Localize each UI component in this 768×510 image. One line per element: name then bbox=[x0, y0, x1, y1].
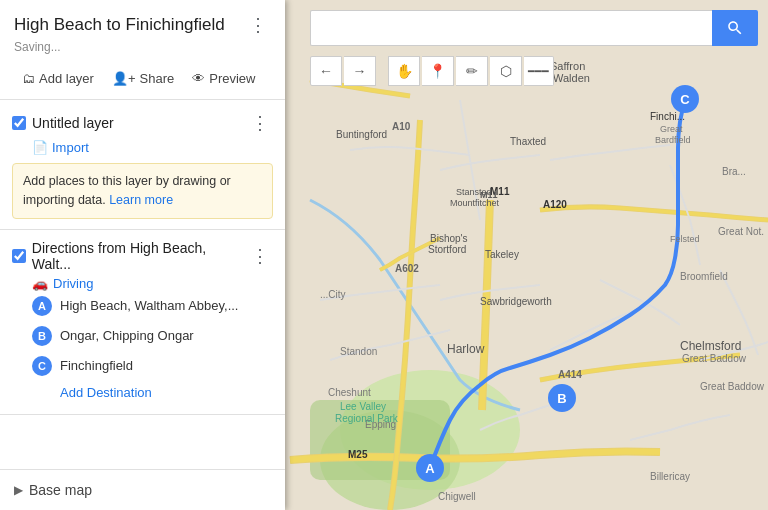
svg-text:Buntingford: Buntingford bbox=[336, 129, 387, 140]
marker-a: A bbox=[32, 296, 52, 316]
svg-text:A120: A120 bbox=[543, 199, 567, 210]
add-layer-button[interactable]: 🗂 Add layer bbox=[14, 66, 102, 91]
learn-more-link[interactable]: Learn more bbox=[109, 193, 173, 207]
svg-text:Finchi...: Finchi... bbox=[650, 111, 685, 122]
base-map-label: Base map bbox=[29, 482, 92, 498]
svg-text:Stansted: Stansted bbox=[456, 187, 492, 197]
svg-text:Standon: Standon bbox=[340, 346, 377, 357]
preview-button[interactable]: 👁 Preview bbox=[184, 66, 263, 91]
toolbar-row: 🗂 Add layer 👤+ Share 👁 Preview bbox=[14, 60, 271, 93]
untitled-layer-checkbox[interactable] bbox=[12, 116, 26, 130]
search-button[interactable] bbox=[712, 10, 758, 46]
svg-text:Billericay: Billericay bbox=[650, 471, 690, 482]
import-link[interactable]: 📄 Import bbox=[32, 140, 273, 155]
sidebar-header: High Beach to Finichingfield ⋮ Saving...… bbox=[0, 0, 285, 100]
map-title: High Beach to Finichingfield bbox=[14, 15, 225, 35]
untitled-layer-section: Untitled layer ⋮ 📄 Import Add places to … bbox=[0, 100, 285, 230]
search-input[interactable] bbox=[310, 10, 712, 46]
svg-text:C: C bbox=[680, 92, 690, 107]
untitled-layer-name: Untitled layer bbox=[32, 115, 114, 131]
svg-text:Bra...: Bra... bbox=[722, 166, 746, 177]
map-title-more-button[interactable]: ⋮ bbox=[245, 12, 271, 38]
line-tool-button[interactable]: ✏ bbox=[456, 56, 488, 86]
driving-mode-link[interactable]: 🚗 Driving bbox=[32, 276, 273, 291]
eye-icon: 👁 bbox=[192, 71, 205, 86]
undo-button[interactable]: ← bbox=[310, 56, 342, 86]
directions-layer-section: Directions from High Beach, Walt... ⋮ 🚗 … bbox=[0, 230, 285, 415]
base-map-section[interactable]: ▶ Base map bbox=[0, 469, 285, 510]
waypoint-c-text: Finchingfield bbox=[60, 358, 133, 373]
svg-text:M25: M25 bbox=[348, 449, 368, 460]
expand-icon: ▶ bbox=[14, 483, 23, 497]
svg-text:A414: A414 bbox=[558, 369, 582, 380]
svg-text:Regional Park: Regional Park bbox=[335, 413, 399, 424]
marker-c: C bbox=[32, 356, 52, 376]
car-icon: 🚗 bbox=[32, 276, 48, 291]
directions-layer-checkbox[interactable] bbox=[12, 249, 26, 263]
driving-mode-label: Driving bbox=[53, 276, 93, 291]
svg-text:Bishop's: Bishop's bbox=[430, 233, 468, 244]
search-icon bbox=[726, 19, 744, 37]
sidebar: High Beach to Finichingfield ⋮ Saving...… bbox=[0, 0, 285, 510]
svg-text:A10: A10 bbox=[392, 121, 411, 132]
redo-button[interactable]: → bbox=[344, 56, 376, 86]
svg-text:B: B bbox=[557, 391, 566, 406]
share-label: Share bbox=[140, 71, 175, 86]
svg-text:...City: ...City bbox=[320, 289, 346, 300]
directions-header: Directions from High Beach, Walt... ⋮ bbox=[12, 240, 273, 272]
saving-indicator: Saving... bbox=[14, 40, 271, 54]
svg-text:Great: Great bbox=[660, 124, 683, 134]
add-destination-button[interactable]: Add Destination bbox=[12, 381, 152, 404]
waypoint-c: C Finchingfield bbox=[12, 351, 273, 381]
waypoint-a-text: High Beach, Waltham Abbey,... bbox=[60, 298, 238, 313]
svg-text:Saffron: Saffron bbox=[550, 60, 585, 72]
pan-tool-button[interactable]: ✋ bbox=[388, 56, 420, 86]
svg-text:Broomfield: Broomfield bbox=[680, 271, 728, 282]
map-toolbar: ← → ✋ 📍 ✏ ⬡ ━━━ bbox=[310, 56, 554, 86]
directions-title-row: Directions from High Beach, Walt... bbox=[12, 240, 247, 272]
svg-text:Mountfitchet: Mountfitchet bbox=[450, 198, 500, 208]
svg-text:A602: A602 bbox=[395, 263, 419, 274]
svg-text:Sawbridgeworth: Sawbridgeworth bbox=[480, 296, 552, 307]
svg-text:Cheshunt: Cheshunt bbox=[328, 387, 371, 398]
marker-b: B bbox=[32, 326, 52, 346]
ruler-tool-button[interactable]: ━━━ bbox=[524, 56, 554, 86]
untitled-layer-more-button[interactable]: ⋮ bbox=[247, 110, 273, 136]
add-layer-icon: 🗂 bbox=[22, 71, 35, 86]
svg-text:Harlow: Harlow bbox=[447, 342, 485, 356]
untitled-layer-header: Untitled layer ⋮ bbox=[12, 110, 273, 136]
svg-text:Stortford: Stortford bbox=[428, 244, 466, 255]
svg-text:Bardfield: Bardfield bbox=[655, 135, 691, 145]
add-layer-label: Add layer bbox=[39, 71, 94, 86]
waypoint-a: A High Beach, Waltham Abbey,... bbox=[12, 291, 273, 321]
shape-tool-button[interactable]: ⬡ bbox=[490, 56, 522, 86]
svg-text:A: A bbox=[425, 461, 435, 476]
svg-text:Thaxted: Thaxted bbox=[510, 136, 546, 147]
svg-text:Walden: Walden bbox=[553, 72, 590, 84]
svg-text:Great Baddow: Great Baddow bbox=[700, 381, 765, 392]
title-row: High Beach to Finichingfield ⋮ bbox=[14, 12, 271, 38]
directions-layer-title: Directions from High Beach, Walt... bbox=[32, 240, 247, 272]
svg-text:Chigwell: Chigwell bbox=[438, 491, 476, 502]
waypoint-b: B Ongar, Chipping Ongar bbox=[12, 321, 273, 351]
waypoint-b-text: Ongar, Chipping Ongar bbox=[60, 328, 194, 343]
share-button[interactable]: 👤+ Share bbox=[104, 66, 182, 91]
marker-tool-button[interactable]: 📍 bbox=[422, 56, 454, 86]
share-icon: 👤+ bbox=[112, 71, 136, 86]
import-label: Import bbox=[52, 140, 89, 155]
svg-text:Felsted: Felsted bbox=[670, 234, 700, 244]
svg-text:Great Baddow: Great Baddow bbox=[682, 353, 747, 364]
import-icon: 📄 bbox=[32, 140, 48, 155]
untitled-layer-title-row: Untitled layer bbox=[12, 115, 114, 131]
map-search-bar bbox=[310, 10, 758, 46]
svg-text:Lee Valley: Lee Valley bbox=[340, 401, 386, 412]
preview-label: Preview bbox=[209, 71, 255, 86]
svg-text:Chelmsford: Chelmsford bbox=[680, 339, 741, 353]
add-places-info-box: Add places to this layer by drawing or i… bbox=[12, 163, 273, 219]
svg-text:Takeley: Takeley bbox=[485, 249, 519, 260]
svg-text:Great Not.: Great Not. bbox=[718, 226, 764, 237]
layers-container: Untitled layer ⋮ 📄 Import Add places to … bbox=[0, 100, 285, 469]
directions-more-button[interactable]: ⋮ bbox=[247, 243, 273, 269]
